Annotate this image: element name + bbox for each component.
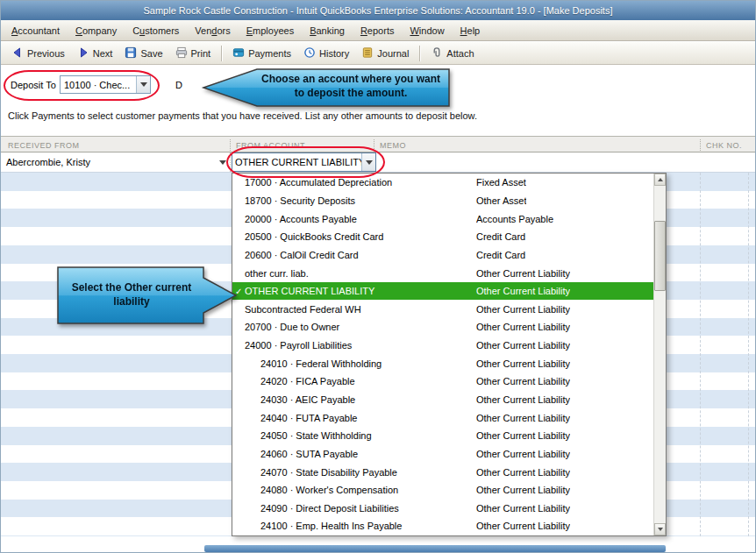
previous-button[interactable]: Previous — [5, 44, 71, 63]
menu-item[interactable]: Banking — [302, 22, 353, 39]
account-option[interactable]: 24040 · FUTA Payable Other Current Liabi… — [232, 408, 653, 427]
toolbar-separator — [419, 46, 420, 61]
next-arrow-icon — [77, 46, 89, 60]
history-button[interactable]: History — [297, 44, 355, 63]
toolbar: Previous Next Save Print Payments Histor… — [1, 42, 755, 65]
account-option[interactable]: 24100 · Emp. Health Ins Payable Other Cu… — [232, 517, 653, 535]
date-label-partial: D — [175, 80, 182, 90]
triangle-up-icon — [658, 178, 663, 181]
account-name: 24040 · FUTA Payable — [245, 413, 476, 423]
account-option[interactable]: 20000 · Accounts Payable Accounts Payabl… — [232, 209, 653, 228]
account-option[interactable]: 24000 · Payroll Liabilities Other Curren… — [232, 337, 653, 355]
menu-item[interactable]: Accountant — [4, 22, 68, 39]
column-divider — [748, 173, 749, 536]
column-divider — [230, 139, 231, 151]
deposit-to-combobox[interactable]: 10100 · Chec... — [60, 75, 151, 94]
account-option[interactable]: 24080 · Worker's Compensation Other Curr… — [232, 481, 653, 500]
account-type: Credit Card — [476, 250, 525, 260]
account-option[interactable]: 24090 · Direct Deposit Liabilities Other… — [232, 500, 653, 518]
account-option[interactable]: 24030 · AEIC Payable Other Current Liabi… — [232, 391, 653, 409]
title-bar: Sample Rock Castle Construction - Intuit… — [1, 1, 755, 20]
account-name: 18700 · Security Deposits — [245, 195, 476, 206]
account-option[interactable]: 24070 · State Disability Payable Other C… — [232, 463, 653, 481]
account-option[interactable]: 20500 · QuickBooks Credit Card Credit Ca… — [232, 228, 653, 246]
attach-button[interactable]: Attach — [424, 44, 480, 63]
account-name: 24020 · FICA Payable — [245, 376, 476, 386]
menu-item[interactable]: Company — [68, 22, 125, 39]
received-from-dropdown-button[interactable] — [216, 160, 230, 165]
account-option[interactable]: 24050 · State Withholding Other Current … — [232, 427, 653, 445]
account-type: Other Current Liability — [476, 394, 570, 405]
account-type: Other Current Liability — [476, 503, 570, 514]
account-option[interactable]: 24020 · FICA Payable Other Current Liabi… — [232, 372, 653, 391]
account-option[interactable]: Subcontracted Federal WH Other Current L… — [232, 300, 653, 318]
account-dropdown-list: 17000 · Accumulated Depreciation Fixed A… — [232, 173, 667, 536]
print-button[interactable]: Print — [169, 44, 218, 63]
account-option[interactable]: 24010 · Federal Withholding Other Curren… — [232, 354, 653, 372]
account-name: other curr. liab. — [245, 268, 476, 279]
payments-button[interactable]: Payments — [226, 44, 297, 63]
account-name: 24100 · Emp. Health Ins Payable — [245, 521, 476, 531]
account-type: Accounts Payable — [476, 214, 553, 224]
account-type: Other Asset — [476, 195, 526, 206]
column-header-received-from: RECEIVED FROM — [8, 141, 80, 150]
account-type: Other Current Liability — [476, 304, 570, 315]
account-name: 20700 · Due to Owner — [245, 322, 476, 332]
deposit-to-dropdown-button[interactable] — [136, 76, 150, 93]
account-option[interactable]: 17000 · Accumulated Depreciation Fixed A… — [232, 174, 653, 192]
menu-item[interactable]: Window — [402, 22, 452, 39]
account-type: Other Current Liability — [476, 485, 570, 495]
account-type: Other Current Liability — [476, 413, 570, 423]
scrollbar-thumb[interactable] — [654, 221, 666, 291]
grid-header-row: RECEIVED FROM FROM ACCOUNT MEMO CHK NO. — [1, 136, 755, 152]
account-type: Fixed Asset — [476, 177, 526, 188]
account-type: Other Current Liability — [476, 430, 570, 441]
save-icon — [125, 46, 137, 60]
account-option[interactable]: 24060 · SUTA Payable Other Current Liabi… — [232, 445, 653, 464]
account-type: Other Current Liability — [476, 376, 570, 386]
instruction-text: Click Payments to select customer paymen… — [8, 110, 477, 121]
account-name: 24030 · AEIC Payable — [245, 394, 476, 405]
account-type: Other Current Liability — [476, 286, 570, 296]
menu-item[interactable]: Customers — [125, 22, 187, 39]
menu-item[interactable]: Employees — [239, 22, 302, 39]
window-bottom-edge — [204, 545, 666, 552]
callout-text: Select the Other current liability — [62, 281, 201, 309]
column-header-memo: MEMO — [380, 141, 406, 150]
account-type: Other Current Liability — [476, 358, 570, 369]
account-name: Subcontracted Federal WH — [245, 304, 476, 315]
column-divider — [374, 139, 374, 151]
account-option[interactable]: 20700 · Due to Owner Other Current Liabi… — [232, 318, 653, 337]
callout-deposit-account: Choose an account where you want to depo… — [201, 66, 452, 110]
save-button[interactable]: Save — [118, 44, 168, 63]
account-option[interactable]: other curr. liab. Other Current Liabilit… — [232, 264, 653, 282]
chevron-down-icon — [219, 160, 226, 165]
account-type: Other Current Liability — [476, 521, 570, 531]
column-divider — [700, 173, 701, 536]
account-option[interactable]: 18700 · Security Deposits Other Asset — [232, 192, 653, 210]
scroll-up-button[interactable] — [654, 174, 666, 186]
from-account-combobox[interactable]: OTHER CURRENT LIABILITY — [232, 152, 376, 172]
menu-item[interactable]: Vendors — [187, 22, 238, 39]
journal-icon — [361, 46, 374, 60]
menu-item[interactable]: Help — [453, 22, 489, 39]
next-button[interactable]: Next — [71, 44, 119, 63]
column-header-from-account: FROM ACCOUNT — [236, 141, 305, 150]
chevron-down-icon — [140, 82, 147, 87]
account-name: 17000 · Accumulated Depreciation — [245, 177, 476, 188]
scroll-down-button[interactable] — [654, 523, 666, 535]
menu-item[interactable]: Reports — [353, 22, 403, 39]
from-account-dropdown-button[interactable] — [361, 153, 375, 171]
received-from-combobox[interactable]: Abercrombie, Kristy — [1, 152, 231, 172]
dropdown-scrollbar[interactable] — [653, 174, 666, 535]
account-option[interactable]: 20600 · CalOil Credit Card Credit Card — [232, 246, 653, 265]
make-deposits-window: Sample Rock Castle Construction - Intuit… — [0, 0, 756, 553]
journal-button[interactable]: Journal — [355, 44, 415, 63]
account-option[interactable]: OTHER CURRENT LIABILITY Other Current Li… — [232, 282, 653, 301]
account-name: 24080 · Worker's Compensation — [245, 485, 476, 495]
received-from-value: Abercrombie, Kristy — [1, 157, 216, 167]
column-divider — [700, 139, 701, 151]
account-type: Other Current Liability — [476, 268, 570, 279]
deposit-to-label: Deposit To — [11, 80, 56, 90]
account-name: 24050 · State Withholding — [245, 430, 476, 441]
